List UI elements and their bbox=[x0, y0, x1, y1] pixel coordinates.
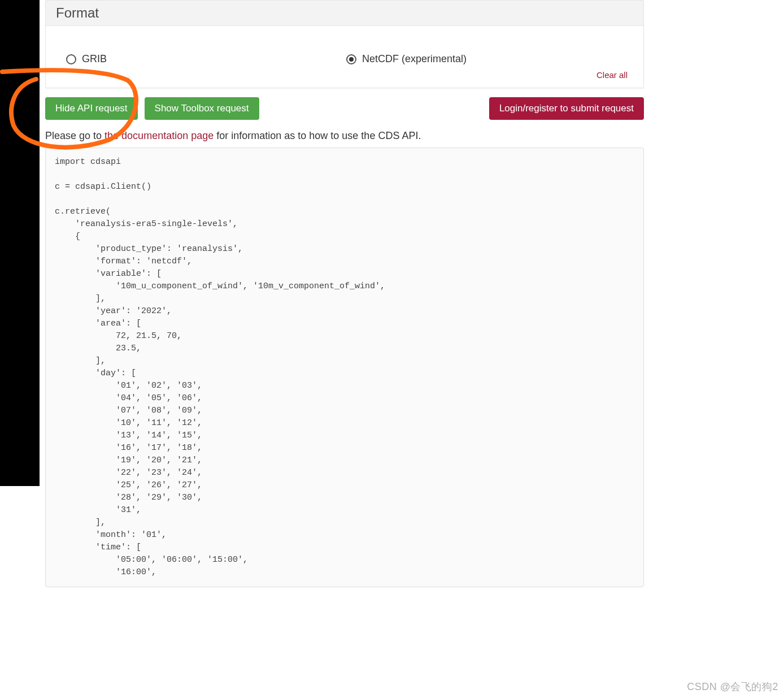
left-black-strip bbox=[0, 0, 40, 486]
hide-api-request-button[interactable]: Hide API request bbox=[45, 97, 138, 120]
instruction-text: Please go to the documentation page for … bbox=[45, 130, 644, 142]
radio-grib-label: GRIB bbox=[82, 53, 107, 65]
instruction-suffix: for information as to how to use the CDS… bbox=[214, 130, 421, 141]
radio-netcdf[interactable]: NetCDF (experimental) bbox=[346, 53, 626, 65]
format-panel: Format GRIB NetCDF (experimental) Clear … bbox=[45, 0, 644, 88]
radio-grib[interactable]: GRIB bbox=[66, 53, 346, 65]
panel-title: Format bbox=[46, 1, 643, 26]
button-row: Hide API request Show Toolbox request Lo… bbox=[45, 97, 644, 120]
radio-icon bbox=[346, 54, 356, 64]
documentation-link[interactable]: the documentation page bbox=[104, 130, 214, 141]
login-register-button[interactable]: Login/register to submit request bbox=[489, 97, 644, 120]
radio-icon bbox=[66, 54, 76, 64]
clear-all-link[interactable]: Clear all bbox=[596, 70, 628, 80]
instruction-prefix: Please go to bbox=[45, 130, 104, 141]
api-code-block[interactable]: import cdsapi c = cdsapi.Client() c.retr… bbox=[45, 148, 644, 587]
show-toolbox-request-button[interactable]: Show Toolbox request bbox=[145, 97, 259, 120]
radio-netcdf-label: NetCDF (experimental) bbox=[362, 53, 467, 65]
